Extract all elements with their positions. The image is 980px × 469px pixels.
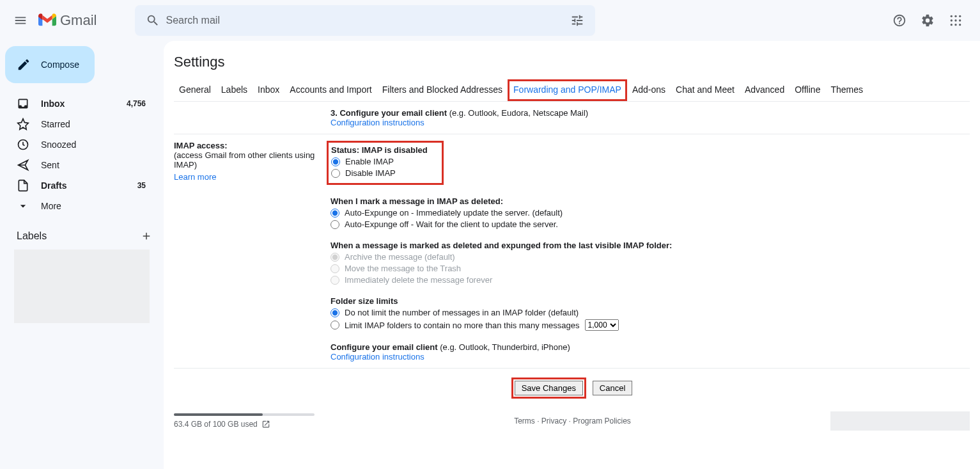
main-content: Settings General Labels Inbox Accounts a… — [164, 41, 980, 469]
footer: 63.4 GB of 100 GB used Terms · Privacy ·… — [174, 411, 970, 437]
expunge-on-radio[interactable] — [331, 209, 339, 218]
imap-section-desc: (access Gmail from other clients using I… — [174, 150, 331, 170]
svg-point-2 — [959, 15, 961, 17]
file-icon — [17, 179, 29, 192]
apps-icon — [949, 14, 962, 27]
search-button[interactable] — [140, 8, 166, 33]
tab-advanced[interactable]: Advanced — [740, 79, 789, 101]
inbox-icon — [17, 97, 29, 110]
imap-section: IMAP access: (access Gmail from other cl… — [174, 134, 970, 369]
footer-policies-link[interactable]: Program Policies — [573, 417, 631, 425]
tab-filters[interactable]: Filters and Blocked Addresses — [377, 79, 508, 101]
folder-limit-radio[interactable] — [331, 321, 339, 330]
svg-point-8 — [959, 24, 961, 26]
tab-labels[interactable]: Labels — [216, 79, 253, 101]
send-icon — [17, 159, 29, 171]
sidebar-item-label: Sent — [41, 160, 146, 170]
compose-label: Compose — [41, 60, 79, 70]
disable-imap-label[interactable]: Disable IMAP — [345, 168, 396, 178]
pencil-icon — [17, 58, 31, 72]
drafts-count: 35 — [137, 181, 146, 190]
clock-icon — [17, 138, 29, 151]
expunge-on-label[interactable]: Auto-Expunge on - Immediately update the… — [345, 208, 563, 218]
deleted-delete-radio — [331, 276, 339, 285]
cancel-button[interactable]: Cancel — [593, 381, 632, 395]
sidebar-item-starred[interactable]: Starred — [0, 114, 153, 134]
sidebar-item-snoozed[interactable]: Snoozed — [0, 134, 153, 155]
folder-limit-label[interactable]: Limit IMAP folders to contain no more th… — [345, 321, 580, 330]
storage-info: 63.4 GB of 100 GB used — [174, 413, 315, 429]
save-changes-button[interactable]: Save Changes — [515, 381, 583, 395]
settings-button[interactable] — [915, 8, 940, 33]
app-header: Gmail — [0, 0, 980, 41]
search-bar[interactable] — [135, 5, 595, 36]
deleted-trash-radio — [331, 264, 339, 273]
tab-general[interactable]: General — [174, 79, 216, 101]
imap-config-link[interactable]: Configuration instructions — [331, 352, 424, 362]
tab-offline[interactable]: Offline — [789, 79, 825, 101]
tab-inbox[interactable]: Inbox — [253, 79, 284, 101]
footer-terms-link[interactable]: Terms — [514, 417, 535, 425]
tab-chat[interactable]: Chat and Meet — [671, 79, 740, 101]
add-label-button[interactable] — [141, 230, 152, 242]
page-title: Settings — [174, 54, 970, 70]
pop-step3-bold: 3. Configure your email client — [331, 108, 447, 118]
search-options-button[interactable] — [564, 8, 590, 33]
disable-imap-radio[interactable] — [331, 169, 340, 178]
save-highlight: Save Changes — [511, 378, 586, 399]
gmail-logo[interactable]: Gmail — [38, 12, 97, 29]
pop-section-tail: 3. Configure your email client (e.g. Out… — [174, 102, 970, 134]
sidebar-item-label: Drafts — [41, 180, 137, 191]
deleted-title: When a message is marked as deleted and … — [331, 241, 970, 250]
folder-nolimit-radio[interactable] — [331, 308, 339, 317]
enable-imap-label[interactable]: Enable IMAP — [345, 157, 394, 166]
footer-privacy-link[interactable]: Privacy — [541, 417, 566, 425]
main-menu-button[interactable] — [5, 5, 36, 36]
sidebar-item-label: Snoozed — [41, 139, 146, 150]
folder-limit-select[interactable]: 1,000 — [585, 319, 619, 331]
plus-icon — [141, 230, 152, 242]
tab-accounts[interactable]: Accounts and Import — [284, 79, 377, 101]
star-icon — [17, 118, 29, 131]
sidebar-item-more[interactable]: More — [0, 196, 153, 216]
pop-step3-rest: (e.g. Outlook, Eudora, Netscape Mail) — [447, 108, 588, 118]
expunge-off-label[interactable]: Auto-Expunge off - Wait for the client t… — [345, 219, 558, 229]
sidebar-item-label: Starred — [41, 119, 146, 129]
sidebar-item-drafts[interactable]: Drafts 35 — [0, 175, 153, 196]
settings-tabs: General Labels Inbox Accounts and Import… — [174, 79, 970, 102]
enable-imap-radio[interactable] — [331, 157, 340, 166]
open-in-new-icon[interactable] — [261, 420, 270, 429]
imap-learn-more-link[interactable]: Learn more — [174, 172, 216, 182]
imap-config-bold: Configure your email client — [331, 342, 438, 352]
expunge-off-radio[interactable] — [331, 220, 339, 229]
search-input[interactable] — [166, 15, 564, 26]
imap-status-box: Status: IMAP is disabled Enable IMAP Dis… — [327, 141, 444, 185]
sidebar-item-sent[interactable]: Sent — [0, 155, 153, 175]
tab-addons[interactable]: Add-ons — [627, 79, 671, 101]
deleted-trash-label: Move the message to the Trash — [345, 264, 461, 273]
header-actions — [887, 8, 975, 33]
support-button[interactable] — [887, 8, 912, 33]
pop-config-link[interactable]: Configuration instructions — [331, 118, 424, 127]
tab-forwarding[interactable]: Forwarding and POP/IMAP — [508, 79, 627, 101]
svg-point-0 — [951, 15, 953, 17]
sidebar-item-inbox[interactable]: Inbox 4,756 — [0, 93, 153, 114]
deleted-archive-radio — [331, 253, 339, 262]
labels-header: Labels — [0, 230, 164, 242]
sidebar-item-label: More — [41, 201, 146, 211]
imap-config-rest: (e.g. Outlook, Thunderbird, iPhone) — [438, 342, 570, 352]
folder-nolimit-label[interactable]: Do not limit the number of messages in a… — [345, 308, 579, 317]
apps-button[interactable] — [943, 8, 968, 33]
svg-point-1 — [954, 15, 956, 17]
search-icon — [146, 13, 160, 28]
svg-point-4 — [954, 19, 956, 21]
label-placeholder — [14, 250, 150, 323]
svg-point-6 — [951, 24, 953, 26]
chevron-down-icon — [17, 200, 29, 212]
storage-bar[interactable] — [174, 413, 315, 416]
inbox-count: 4,756 — [127, 99, 146, 108]
sidebar: Compose Inbox 4,756 Starred Snoozed Sent — [0, 41, 164, 469]
compose-button[interactable]: Compose — [5, 46, 95, 83]
tab-themes[interactable]: Themes — [825, 79, 868, 101]
svg-point-3 — [951, 19, 953, 21]
